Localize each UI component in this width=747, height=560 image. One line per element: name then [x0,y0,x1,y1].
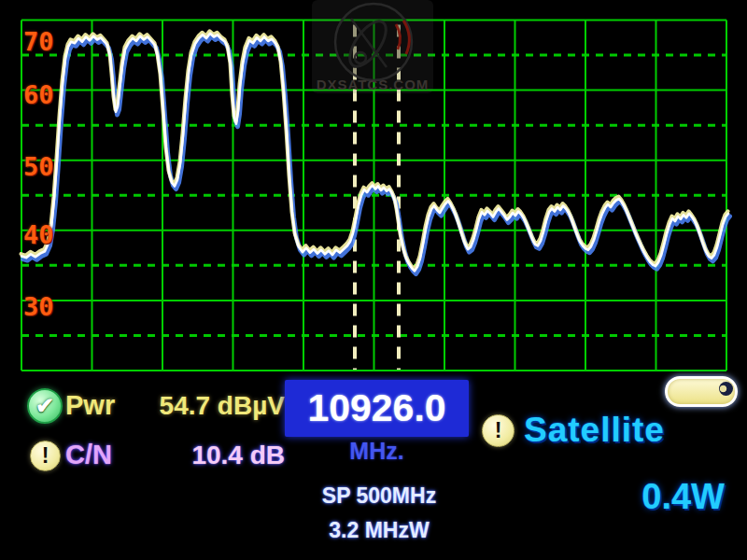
pwr-value: 54.7 dBµV [140,391,285,421]
span-label: SP 500MHz [299,483,459,509]
mode-label: Satellite [524,411,665,450]
y-axis-tick-60: 60 [23,80,61,109]
exclamation-glyph: ! [495,418,502,443]
y-axis-tick-50: 50 [23,152,61,181]
spectrum-analyzer-screen: DXSATCS.COM 70 60 50 40 30 ✔ Pwr 54.7 dB… [0,0,747,560]
lnb-power-value: 0.4W [598,477,725,517]
y-axis-tick-70: 70 [23,27,61,56]
y-axis-tick-30: 30 [23,292,61,321]
battery-icon [665,376,738,407]
alert-circle-icon-satellite: ! [482,414,514,447]
cn-label: C/N [65,440,112,470]
frequency-value: 10926.0 [307,386,445,430]
battery-knob [719,382,733,396]
cn-value: 10.4 dB [140,441,285,470]
bandwidth-label: 3.2 MHzW [299,518,459,543]
frequency-unit: MHz. [285,438,469,465]
alert-circle-icon-cn: ! [30,441,61,471]
y-axis-tick-40: 40 [23,220,61,249]
frequency-display: 10926.0 [285,380,469,437]
check-circle-icon: ✔ [27,388,63,424]
exclamation-glyph: ! [42,443,49,469]
check-glyph: ✔ [35,393,54,419]
watermark-text: DXSATCS.COM [312,77,433,92]
pwr-label: Pwr [65,390,115,421]
watermark: DXSATCS.COM [312,0,433,93]
